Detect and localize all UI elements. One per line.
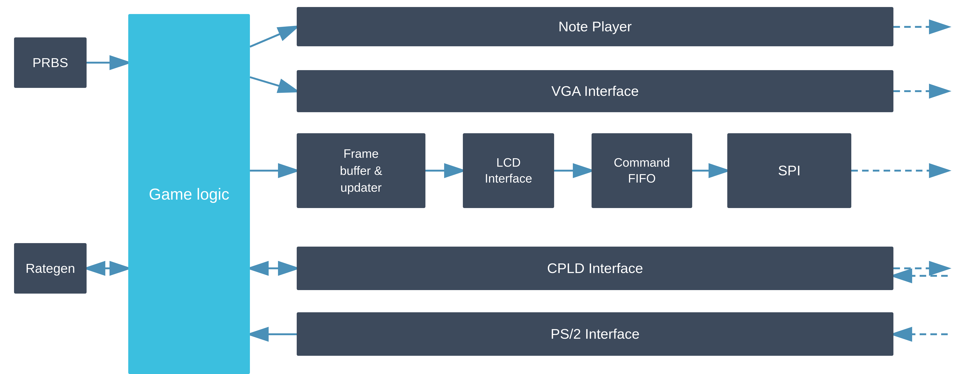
lcd-interface-block: LCD Interface (463, 133, 554, 208)
prbs-block: PRBS (14, 37, 87, 88)
frame-buffer-block: Frame buffer & updater (297, 133, 425, 208)
spi-block: SPI (727, 133, 851, 208)
rategen-block: Rategen (14, 243, 87, 293)
vga-interface-block: VGA Interface (297, 70, 893, 112)
note-player-block: Note Player (297, 7, 893, 46)
command-fifo-block: Command FIFO (592, 133, 692, 208)
game-logic-block: Game logic (128, 14, 250, 374)
diagram-container: PRBS Rategen Game logic Note Player VGA … (0, 0, 980, 374)
cpld-interface-block: CPLD Interface (297, 247, 893, 290)
svg-line-9 (250, 77, 297, 91)
ps2-interface-block: PS/2 Interface (297, 312, 893, 356)
svg-line-8 (250, 27, 297, 47)
